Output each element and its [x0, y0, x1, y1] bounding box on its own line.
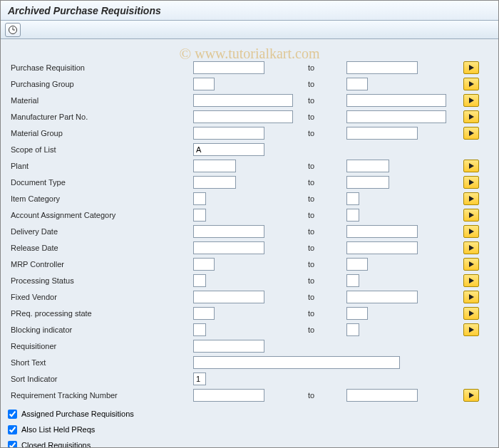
input-fixed-vendor-to[interactable]	[346, 291, 418, 303]
input-manufacturer-part-no-from[interactable]	[193, 110, 293, 123]
input-sort-indicator[interactable]	[193, 373, 206, 385]
input-requirement-tracking-number-from[interactable]	[193, 389, 264, 402]
row-document-type: Document Type to	[1, 174, 498, 190]
input-plant-to[interactable]	[346, 160, 389, 172]
multi-select-item-category[interactable]	[463, 192, 479, 205]
arrow-right-icon	[469, 114, 474, 120]
input-fixed-vendor-from[interactable]	[193, 291, 264, 303]
input-purchase-requisition-to[interactable]	[346, 61, 418, 74]
input-release-date-from[interactable]	[193, 241, 264, 254]
multi-select-manufacturer-part-no[interactable]	[463, 110, 479, 123]
checkbox-assigned-purchase-requisitions[interactable]	[8, 410, 17, 419]
input-requirement-tracking-number-to[interactable]	[346, 389, 418, 402]
arrow-right-icon	[469, 65, 474, 71]
input-purchase-requisition-from[interactable]	[193, 61, 264, 74]
multi-select-purchasing-group[interactable]	[463, 78, 479, 90]
input-item-category-from[interactable]	[193, 192, 206, 205]
input-material-group-to[interactable]	[346, 127, 418, 140]
label-scope-of-list: Scope of List	[8, 145, 193, 154]
multi-select-blocking-indicator[interactable]	[463, 323, 479, 336]
multi-select-account-assignment-category[interactable]	[463, 209, 479, 222]
multi-select-release-date[interactable]	[463, 241, 479, 254]
arrow-right-icon	[469, 278, 474, 283]
row-requirement-tracking-number: Requirement Tracking Number to	[1, 387, 498, 403]
multi-select-requirement-tracking-number[interactable]	[463, 389, 479, 402]
input-short-text[interactable]	[193, 356, 400, 369]
checkbox-closed-requisitions[interactable]	[8, 441, 17, 449]
arrow-right-icon	[469, 212, 474, 218]
selection-form: Purchase Requisition to Purchasing Group…	[1, 39, 498, 448]
input-delivery-date-from[interactable]	[193, 225, 264, 238]
multi-select-plant[interactable]	[463, 160, 479, 172]
to-label: to	[304, 260, 346, 269]
arrow-right-icon	[469, 98, 474, 103]
input-account-assignment-category-from[interactable]	[193, 209, 206, 222]
label-preq-processing-state: PReq. processing state	[8, 309, 193, 318]
multi-select-material-group[interactable]	[463, 127, 479, 140]
input-item-category-to[interactable]	[346, 192, 359, 205]
arrow-right-icon	[469, 163, 474, 169]
row-manufacturer-part-no: Manufacturer Part No. to	[1, 108, 498, 125]
input-preq-processing-state-from[interactable]	[193, 307, 215, 320]
to-label: to	[304, 293, 346, 301]
input-blocking-indicator-from[interactable]	[193, 323, 206, 336]
row-release-date: Release Date to	[1, 239, 498, 256]
row-delivery-date: Delivery Date to	[1, 223, 498, 239]
input-purchasing-group-to[interactable]	[346, 78, 368, 90]
row-fixed-vendor: Fixed Vendor to	[1, 288, 498, 305]
label-short-text: Short Text	[8, 358, 193, 367]
arrow-right-icon	[469, 245, 474, 251]
execute-button[interactable]	[5, 23, 21, 37]
input-document-type-from[interactable]	[193, 176, 236, 189]
label-closed-requisitions: Closed Requisitions	[21, 441, 91, 448]
input-delivery-date-to[interactable]	[346, 225, 418, 238]
input-processing-status-to[interactable]	[346, 274, 359, 287]
multi-select-delivery-date[interactable]	[463, 225, 479, 238]
input-scope-of-list[interactable]	[193, 143, 264, 156]
label-manufacturer-part-no: Manufacturer Part No.	[8, 113, 193, 121]
multi-select-purchase-requisition[interactable]	[463, 61, 479, 74]
to-label: to	[304, 113, 346, 121]
input-requisitioner[interactable]	[193, 340, 264, 353]
to-label: to	[304, 63, 346, 72]
input-material-group-from[interactable]	[193, 127, 264, 140]
label-requirement-tracking-number: Requirement Tracking Number	[8, 391, 193, 400]
execute-icon	[8, 25, 18, 35]
input-processing-status-from[interactable]	[193, 274, 206, 287]
input-blocking-indicator-to[interactable]	[346, 323, 359, 336]
label-blocking-indicator: Blocking indicator	[8, 325, 193, 334]
multi-select-mrp-controller[interactable]	[463, 258, 479, 271]
label-mrp-controller: MRP Controller	[8, 260, 193, 269]
input-document-type-to[interactable]	[346, 176, 389, 189]
row-purchase-requisition: Purchase Requisition to	[1, 59, 498, 75]
input-release-date-to[interactable]	[346, 241, 418, 254]
row-also-list-held-preqs: Also List Held PReqs	[1, 422, 498, 437]
label-account-assignment-category: Account Assignment Category	[8, 211, 193, 219]
multi-select-preq-processing-state[interactable]	[463, 307, 479, 320]
input-mrp-controller-from[interactable]	[193, 258, 215, 271]
row-item-category: Item Category to	[1, 190, 498, 207]
input-material-to[interactable]	[346, 94, 446, 107]
input-manufacturer-part-no-to[interactable]	[346, 110, 446, 123]
input-purchasing-group-from[interactable]	[193, 78, 215, 90]
multi-select-material[interactable]	[463, 94, 479, 107]
to-label: to	[304, 325, 346, 334]
row-material-group: Material Group to	[1, 125, 498, 141]
multi-select-document-type[interactable]	[463, 176, 479, 189]
input-plant-from[interactable]	[193, 160, 236, 172]
row-plant: Plant to	[1, 157, 498, 174]
checkbox-also-list-held-preqs[interactable]	[8, 425, 17, 434]
label-plant: Plant	[8, 162, 193, 170]
row-assigned-purchase-requisitions: Assigned Purchase Requisitions	[1, 406, 498, 422]
input-material-from[interactable]	[193, 94, 293, 107]
input-account-assignment-category-to[interactable]	[346, 209, 359, 222]
row-short-text: Short Text	[1, 354, 498, 370]
input-mrp-controller-to[interactable]	[346, 258, 368, 271]
to-label: to	[304, 309, 346, 318]
multi-select-processing-status[interactable]	[463, 274, 479, 287]
to-label: to	[304, 244, 346, 252]
multi-select-fixed-vendor[interactable]	[463, 291, 479, 303]
to-label: to	[304, 227, 346, 236]
row-processing-status: Processing Status to	[1, 272, 498, 288]
input-preq-processing-state-to[interactable]	[346, 307, 368, 320]
